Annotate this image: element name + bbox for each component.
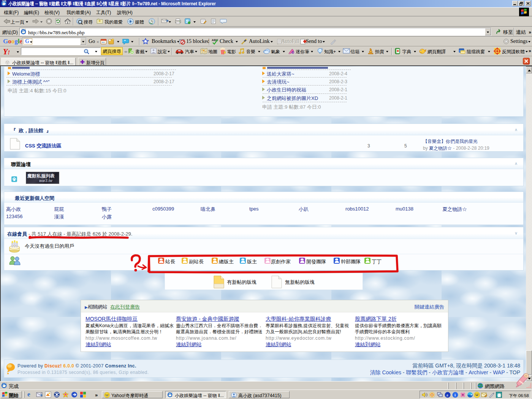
svg-text:”: ”: [124, 39, 126, 43]
svg-text:Y!: Y!: [292, 52, 294, 54]
svg-text:i: i: [454, 393, 456, 397]
svg-text:a: a: [446, 393, 448, 397]
